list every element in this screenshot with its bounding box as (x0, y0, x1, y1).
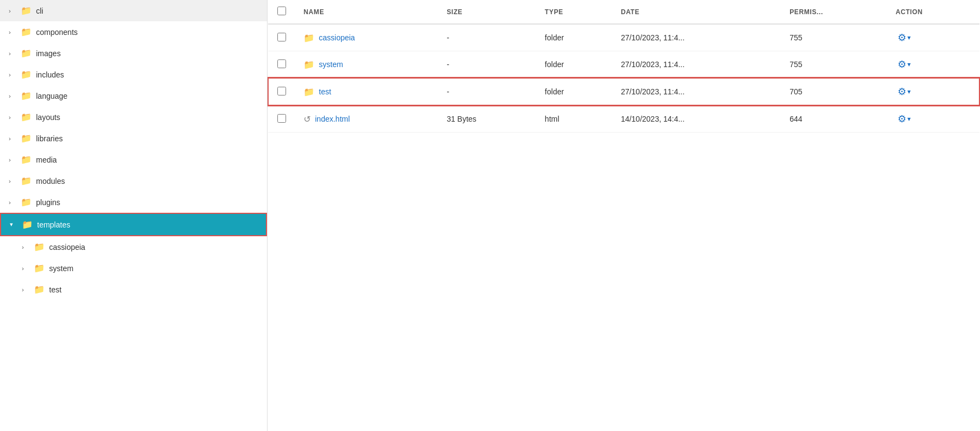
row-checkbox[interactable] (277, 33, 286, 41)
folder-icon: 📁 (21, 112, 32, 122)
sidebar-item-test-child[interactable]: ›📁test (0, 279, 267, 300)
table-header-row: NAME SIZE TYPE DATE PERMIS... ACTION (268, 0, 979, 24)
sidebar-item-system-child[interactable]: ›📁system (0, 258, 267, 279)
header-permissions: PERMIS... (781, 0, 887, 24)
folder-icon: 📁 (21, 197, 32, 207)
sidebar-item-plugins[interactable]: ›📁plugins (0, 191, 267, 213)
sidebar-item-components[interactable]: ›📁components (0, 21, 267, 43)
row-action-cell: ⚙▾ (887, 105, 979, 133)
chevron-right-icon: › (22, 244, 31, 250)
sidebar-item-libraries[interactable]: ›📁libraries (0, 128, 267, 149)
chevron-right-icon: › (9, 135, 17, 142)
header-action: ACTION (887, 0, 979, 24)
sidebar-item-label: libraries (36, 134, 63, 143)
folder-icon: 📁 (21, 69, 32, 80)
sidebar-item-label: language (36, 92, 68, 100)
action-gear-button[interactable]: ⚙▾ (895, 57, 913, 71)
header-checkbox-cell (268, 0, 295, 24)
row-name-cell: 📁cassiopeia (295, 24, 438, 51)
row-type-cell: folder (536, 51, 612, 79)
folder-icon: 📁 (21, 154, 32, 165)
row-type-cell: html (536, 105, 612, 133)
folder-icon: 📁 (22, 219, 33, 230)
row-permissions-cell: 755 (781, 51, 887, 79)
sidebar-item-label: plugins (36, 198, 60, 207)
table-row: ↺index.html31 Byteshtml14/10/2023, 14:4.… (268, 105, 979, 133)
chevron-right-icon: › (9, 178, 17, 184)
table-body: 📁cassiopeia-folder27/10/2023, 11:4...755… (268, 24, 979, 133)
row-date-cell: 14/10/2023, 14:4... (612, 105, 781, 133)
sidebar-item-layouts[interactable]: ›📁layouts (0, 106, 267, 128)
action-dropdown-arrow: ▾ (907, 34, 911, 41)
file-icon: ↺ (304, 114, 311, 124)
row-checkbox-cell (268, 24, 295, 51)
header-date: DATE (612, 0, 781, 24)
action-dropdown-arrow: ▾ (907, 115, 911, 123)
row-name-cell: 📁system (295, 51, 438, 79)
folder-icon: 📁 (21, 91, 32, 101)
row-size-cell: - (438, 78, 536, 105)
file-name-link[interactable]: cassiopeia (319, 33, 355, 42)
sidebar-item-label: cli (36, 7, 43, 15)
file-name-link[interactable]: test (319, 87, 331, 96)
table-row: 📁cassiopeia-folder27/10/2023, 11:4...755… (268, 24, 979, 51)
folder-icon: 📁 (21, 176, 32, 186)
sidebar-item-modules[interactable]: ›📁modules (0, 170, 267, 191)
row-date-cell: 27/10/2023, 11:4... (612, 24, 781, 51)
folder-icon: 📁 (21, 48, 32, 58)
sidebar-item-label: media (36, 155, 57, 164)
sidebar-item-label: modules (36, 177, 65, 185)
sidebar: ›📁cli›📁components›📁images›📁includes›📁lan… (0, 0, 268, 431)
chevron-right-icon: › (9, 29, 17, 35)
sidebar-item-cli[interactable]: ›📁cli (0, 0, 267, 21)
sidebar-item-images[interactable]: ›📁images (0, 43, 267, 64)
file-name-link[interactable]: index.html (315, 115, 350, 123)
row-date-cell: 27/10/2023, 11:4... (612, 51, 781, 79)
sidebar-item-includes[interactable]: ›📁includes (0, 64, 267, 85)
row-name-cell: 📁test (295, 78, 438, 105)
action-gear-button[interactable]: ⚙▾ (895, 85, 913, 99)
main-content: NAME SIZE TYPE DATE PERMIS... ACTION 📁ca… (268, 0, 980, 431)
sidebar-item-templates[interactable]: ▾📁templates (0, 213, 267, 236)
chevron-right-icon: › (9, 8, 17, 14)
chevron-right-icon: › (9, 199, 17, 206)
header-size: SIZE (438, 0, 536, 24)
row-checkbox[interactable] (277, 59, 286, 68)
folder-icon: 📁 (21, 27, 32, 37)
row-checkbox[interactable] (277, 87, 286, 95)
header-name: NAME (295, 0, 438, 24)
action-gear-button[interactable]: ⚙▾ (895, 112, 913, 126)
sidebar-item-media[interactable]: ›📁media (0, 149, 267, 170)
file-name-link[interactable]: system (319, 60, 343, 69)
chevron-right-icon: › (22, 286, 31, 293)
row-checkbox[interactable] (277, 114, 286, 123)
chevron-right-icon: › (9, 93, 17, 99)
folder-icon: 📁 (21, 133, 32, 143)
action-gear-button[interactable]: ⚙▾ (895, 31, 913, 45)
row-checkbox-cell (268, 78, 295, 105)
chevron-down-icon: ▾ (10, 221, 19, 228)
row-date-cell: 27/10/2023, 11:4... (612, 78, 781, 105)
row-permissions-cell: 705 (781, 78, 887, 105)
row-action-cell: ⚙▾ (887, 24, 979, 51)
table-row: 📁system-folder27/10/2023, 11:4...755⚙▾ (268, 51, 979, 79)
folder-icon: 📁 (304, 33, 314, 43)
folder-icon: 📁 (34, 284, 45, 295)
chevron-right-icon: › (9, 114, 17, 121)
row-action-cell: ⚙▾ (887, 78, 979, 105)
sidebar-item-label: templates (37, 220, 70, 229)
action-dropdown-arrow: ▾ (907, 61, 911, 68)
sidebar-item-cassiopeia-child[interactable]: ›📁cassiopeia (0, 236, 267, 258)
file-table: NAME SIZE TYPE DATE PERMIS... ACTION 📁ca… (268, 0, 980, 133)
select-all-checkbox[interactable] (277, 7, 286, 15)
sidebar-item-language[interactable]: ›📁language (0, 85, 267, 106)
chevron-right-icon: › (9, 50, 17, 57)
row-name-cell: ↺index.html (295, 105, 438, 133)
chevron-right-icon: › (9, 71, 17, 78)
sidebar-item-label: includes (36, 70, 64, 79)
header-type: TYPE (536, 0, 612, 24)
sidebar-item-label: images (36, 49, 61, 58)
folder-icon: 📁 (304, 87, 314, 97)
row-action-cell: ⚙▾ (887, 51, 979, 79)
row-size-cell: 31 Bytes (438, 105, 536, 133)
